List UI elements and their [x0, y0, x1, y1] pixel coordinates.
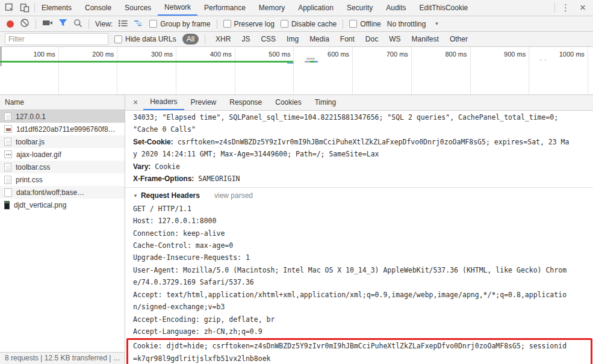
offline-checkbox[interactable] — [349, 20, 357, 28]
tab-performance[interactable]: Performance — [197, 0, 252, 16]
table-row[interactable]: 1d1df6220ab711e9996760f8… — [0, 123, 125, 135]
request-name: ajax-loader.gif — [16, 150, 61, 159]
request-name: 1d1df6220ab711e9996760f8… — [16, 125, 116, 134]
filter-chip-js[interactable]: JS — [237, 34, 254, 45]
tab-console[interactable]: Console — [78, 0, 118, 16]
tab-timing[interactable]: Timing — [308, 95, 343, 110]
request-detail-panel: × Headers Preview Response Cookies Timin… — [125, 95, 593, 364]
tab-security[interactable]: Security — [340, 0, 379, 16]
table-row[interactable]: ajax-loader.gif — [0, 148, 125, 161]
offline-option[interactable]: Offline — [349, 20, 380, 28]
timeline-overview[interactable]: 100 ms 200 ms 300 ms 400 ms 500 ms 600 m… — [0, 47, 593, 95]
close-devtools-icon[interactable]: × — [576, 0, 593, 16]
preserve-log-option[interactable]: Preserve log — [223, 20, 275, 28]
filter-chip-img[interactable]: Img — [282, 34, 303, 45]
tab-network[interactable]: Network — [158, 0, 197, 16]
disable-cache-option[interactable]: Disable cache — [281, 20, 337, 28]
filter-chip-ws[interactable]: WS — [385, 34, 405, 45]
preserve-log-checkbox[interactable] — [223, 20, 231, 28]
filter-chip-doc[interactable]: Doc — [361, 34, 382, 45]
request-raw-line: Host: 127.0.0.1:8000 — [133, 215, 570, 227]
group-by-frame-option[interactable]: Group by frame — [149, 20, 210, 28]
tick-label: 500 ms — [235, 47, 294, 94]
throttling-dropdown[interactable]: No throttling ▼ — [387, 20, 439, 28]
capture-screenshots-icon[interactable] — [42, 19, 52, 29]
document-icon — [4, 176, 11, 184]
tick-label: 300 ms — [117, 47, 176, 94]
waterfall-view-icon[interactable] — [134, 19, 143, 29]
tab-memory[interactable]: Memory — [252, 0, 291, 16]
view-parsed-link[interactable]: view parsed — [214, 191, 253, 200]
request-name: data:font/woff;base… — [16, 188, 84, 197]
filter-input[interactable] — [5, 33, 108, 45]
tab-sources[interactable]: Sources — [118, 0, 158, 16]
search-icon[interactable] — [73, 19, 82, 29]
cookie-highlight-annotation: Cookie: djdt=hide; csrftoken=z4sDnWBZDz5… — [126, 338, 592, 364]
tab-editthiscookie[interactable]: EditThisCookie — [413, 0, 475, 16]
tab-preview[interactable]: Preview — [184, 95, 223, 110]
devtools-tabbar: Elements Console Sources Network Perform… — [0, 0, 593, 16]
more-options-icon[interactable]: ⋮ — [555, 0, 576, 16]
header-value: Cookie — [155, 162, 180, 171]
overview-edge-strip — [0, 47, 2, 66]
request-raw-line: Accept-Language: zh-CN,zh;q=0.9 — [133, 325, 570, 338]
tab-audits[interactable]: Audits — [379, 0, 412, 16]
png-image-icon — [4, 201, 10, 209]
request-raw-line: GET / HTTP/1.1 — [133, 203, 570, 215]
table-row[interactable]: 127.0.0.1 — [0, 110, 125, 123]
document-icon — [4, 138, 11, 146]
filter-icon[interactable] — [58, 19, 67, 29]
request-list: Name 127.0.0.1 1d1df6220ab711e9996760f8…… — [0, 95, 125, 352]
filter-chip-manifest[interactable]: Manifest — [408, 34, 443, 45]
response-header: Vary: Cookie — [133, 161, 570, 173]
disable-cache-checkbox[interactable] — [281, 20, 288, 28]
filter-chip-css[interactable]: CSS — [256, 34, 280, 45]
request-headers-title[interactable]: Request Headers — [141, 191, 200, 200]
section-divider — [125, 187, 593, 188]
table-row[interactable]: djdt_vertical.png — [0, 199, 125, 211]
table-row[interactable]: toolbar.css — [0, 161, 125, 173]
overview-request-bar — [306, 58, 315, 60]
header-name: Set-Cookie: — [133, 138, 173, 146]
tab-response[interactable]: Response — [223, 95, 269, 110]
view-label: View: — [95, 20, 113, 28]
overview-request-bar — [305, 61, 310, 63]
request-name: print.css — [16, 176, 43, 184]
table-row[interactable]: print.css — [0, 173, 125, 186]
disclosure-triangle-icon[interactable]: ▼ — [133, 193, 138, 199]
tab-elements[interactable]: Elements — [35, 0, 78, 16]
hide-data-urls-checkbox[interactable] — [114, 35, 122, 43]
preserve-log-label: Preserve log — [234, 20, 275, 28]
tab-cookies[interactable]: Cookies — [269, 95, 308, 110]
load-time-line — [0, 61, 293, 63]
inspect-element-icon[interactable] — [5, 3, 14, 13]
divider — [205, 34, 205, 44]
table-row[interactable]: toolbar.js — [0, 135, 125, 148]
name-column-header[interactable]: Name — [0, 95, 125, 110]
filter-chip-font[interactable]: Font — [336, 34, 359, 45]
close-detail-icon[interactable]: × — [125, 95, 143, 110]
clear-icon[interactable] — [20, 18, 29, 29]
overview-request-bar — [310, 61, 314, 63]
request-raw-line: Upgrade-Insecure-Requests: 1 — [133, 251, 570, 264]
tick-label: 700 ms — [353, 47, 412, 94]
chevron-down-icon: ▼ — [434, 21, 439, 26]
filter-chip-xhr[interactable]: XHR — [211, 34, 235, 45]
filter-chip-all[interactable]: All — [182, 34, 199, 45]
request-summary: 8 requests | 12.5 KB transferred | … — [5, 354, 120, 362]
filter-chip-media[interactable]: Media — [305, 34, 334, 45]
group-by-frame-checkbox[interactable] — [149, 20, 157, 28]
filter-chip-other[interactable]: Other — [446, 34, 472, 45]
tab-headers[interactable]: Headers — [143, 95, 184, 110]
device-toolbar-icon[interactable] — [20, 3, 29, 13]
hide-data-urls-option[interactable]: Hide data URLs — [114, 35, 176, 43]
record-icon[interactable] — [7, 20, 14, 28]
offline-label: Offline — [360, 20, 380, 28]
tab-application[interactable]: Application — [291, 0, 340, 16]
table-row[interactable]: data:font/woff;base… — [0, 186, 125, 199]
header-name: Vary: — [133, 162, 151, 171]
list-view-icon[interactable] — [119, 19, 128, 29]
filter-chips: XHR JS CSS Img Media Font Doc WS Manifes… — [211, 34, 472, 45]
request-raw-line: Cache-Control: max-age=0 — [133, 239, 570, 251]
request-name: djdt_vertical.png — [14, 201, 66, 209]
